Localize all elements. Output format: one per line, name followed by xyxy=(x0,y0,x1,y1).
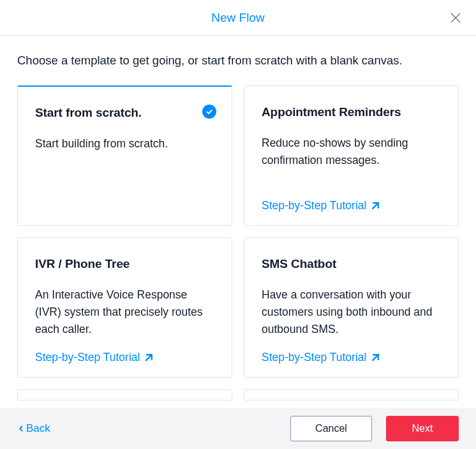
template-grid: Start from scratch. Start building from … xyxy=(17,85,459,401)
modal-header: New Flow xyxy=(0,0,476,36)
cancel-button[interactable]: Cancel xyxy=(290,416,372,441)
tutorial-link[interactable]: Step-by-Step Tutorial xyxy=(262,199,441,212)
tutorial-link[interactable]: Step-by-Step Tutorial xyxy=(35,351,214,364)
svg-line-3 xyxy=(147,355,152,360)
card-title: Appointment Reminders xyxy=(262,105,441,119)
template-card-ivr[interactable]: IVR / Phone Tree An Interactive Voice Re… xyxy=(17,237,232,378)
instruction-text: Choose a template to get going, or start… xyxy=(17,54,459,68)
tutorial-link-label: Step-by-Step Tutorial xyxy=(262,351,366,364)
template-card-sms-chatbot[interactable]: SMS Chatbot Have a conversation with you… xyxy=(244,237,459,378)
back-label: Back xyxy=(26,422,50,435)
tutorial-link-label: Step-by-Step Tutorial xyxy=(262,199,366,212)
card-title: SMS Chatbot xyxy=(262,257,441,271)
modal-content: Choose a template to get going, or start… xyxy=(0,36,476,408)
svg-line-2 xyxy=(373,203,379,209)
external-link-icon xyxy=(144,352,154,363)
external-link-icon xyxy=(370,352,381,363)
card-title: IVR / Phone Tree xyxy=(35,257,214,271)
back-button[interactable]: Back xyxy=(17,422,50,435)
external-link-icon xyxy=(370,200,381,211)
tutorial-link-label: Step-by-Step Tutorial xyxy=(35,351,140,364)
card-description: An Interactive Voice Response (IVR) syst… xyxy=(35,286,214,339)
check-icon xyxy=(202,105,216,119)
tutorial-link[interactable]: Step-by-Step Tutorial xyxy=(262,351,441,364)
template-card-partial[interactable] xyxy=(17,389,232,401)
card-title: Start from scratch. xyxy=(35,106,214,120)
template-card-scratch[interactable]: Start from scratch. Start building from … xyxy=(17,85,232,226)
template-card-appointment[interactable]: Appointment Reminders Reduce no-shows by… xyxy=(244,85,459,226)
card-description: Have a conversation with your customers … xyxy=(262,286,441,339)
card-description: Start building from scratch. xyxy=(35,135,214,212)
template-card-partial[interactable] xyxy=(244,389,459,401)
svg-line-4 xyxy=(373,355,379,360)
close-icon[interactable] xyxy=(449,11,462,24)
modal-title: New Flow xyxy=(211,11,264,25)
modal-footer: Back Cancel Next xyxy=(0,408,476,449)
card-description: Reduce no-shows by sending confirmation … xyxy=(262,135,441,188)
next-button[interactable]: Next xyxy=(386,416,459,441)
